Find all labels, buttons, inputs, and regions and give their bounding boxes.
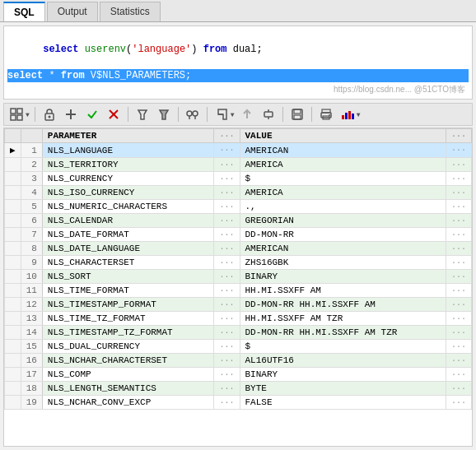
param-cell: NLS_LANGUAGE	[42, 143, 214, 158]
chart-icon[interactable]	[338, 105, 357, 123]
value-ellipsis: ···	[446, 228, 471, 242]
table-row[interactable]: 5NLS_NUMERIC_CHARACTERS···.,···	[5, 200, 472, 214]
value-cell: AL16UTF16	[240, 354, 446, 368]
sep4	[207, 107, 208, 122]
sep1	[35, 107, 35, 122]
col-parameter[interactable]: PARAMETER	[42, 129, 214, 143]
col-val-ellipsis: ···	[446, 129, 471, 143]
table-row[interactable]: 17NLS_COMP···BINARY···	[5, 368, 472, 382]
sep5	[282, 107, 283, 122]
table-row[interactable]: 7NLS_DATE_FORMAT···DD-MON-RR···	[5, 228, 472, 242]
cancel-icon[interactable]	[105, 105, 123, 123]
table-row[interactable]: 19NLS_NCHAR_CONV_EXCP···FALSE···	[5, 396, 472, 410]
filter-down-icon[interactable]	[133, 105, 152, 123]
row-arrow-cell	[5, 228, 21, 242]
param-cell: NLS_TIME_FORMAT	[42, 284, 214, 298]
param-cell: NLS_COMP	[42, 368, 214, 382]
sort-down-icon[interactable]	[155, 105, 173, 123]
table-row[interactable]: 3NLS_CURRENCY···$···	[5, 172, 472, 186]
param-ellipsis: ···	[214, 396, 240, 410]
svg-rect-33	[352, 114, 354, 119]
row-arrow-cell	[5, 368, 21, 382]
table-row[interactable]: 18NLS_LENGTH_SEMANTICS···BYTE···	[5, 382, 472, 396]
tab-output[interactable]: Output	[47, 2, 98, 21]
grid-icon-group[interactable]: ▼	[7, 105, 30, 123]
save-icon[interactable]	[288, 105, 306, 123]
row-number: 16	[21, 354, 42, 368]
value-cell: AMERICA	[240, 186, 446, 200]
table-row[interactable]: 2NLS_TERRITORY···AMERICA···	[5, 158, 472, 172]
table-row[interactable]: 13NLS_TIME_TZ_FORMAT···HH.MI.SSXFF AM TZ…	[5, 312, 472, 326]
run-icon[interactable]	[212, 105, 231, 123]
commit-icon[interactable]	[259, 105, 278, 123]
results-container[interactable]: PARAMETER ··· VALUE ··· ▶1NLS_LANGUAGE··…	[3, 128, 473, 447]
table-row[interactable]: 15NLS_DUAL_CURRENCY···$···	[5, 340, 472, 354]
tab-sql[interactable]: SQL	[3, 2, 45, 21]
up-arrow-icon[interactable]	[238, 105, 256, 123]
param-cell: NLS_TIMESTAMP_FORMAT	[42, 298, 214, 312]
main-container: SQL Output Statistics select userenv('la…	[0, 0, 476, 450]
row-number: 17	[21, 368, 42, 382]
param-cell: NLS_NUMERIC_CHARACTERS	[42, 200, 214, 214]
run-dropdown-arrow[interactable]: ▼	[231, 111, 235, 118]
param-ellipsis: ···	[214, 298, 240, 312]
lock-icon[interactable]	[40, 105, 58, 123]
svg-rect-3	[17, 115, 22, 120]
param-cell: NLS_CHARACTERSET	[42, 256, 214, 270]
value-ellipsis: ···	[446, 256, 471, 270]
add-icon[interactable]	[62, 105, 80, 123]
grid-icon[interactable]	[7, 105, 26, 123]
print-icon[interactable]	[317, 105, 335, 123]
sql-line-1: select userenv('language') from dual;	[7, 30, 469, 69]
table-header-row: PARAMETER ··· VALUE ···	[5, 129, 472, 143]
param-ellipsis: ···	[214, 200, 240, 214]
value-cell: FALSE	[240, 396, 446, 410]
row-arrow-cell	[5, 396, 21, 410]
row-arrow-cell	[5, 256, 21, 270]
search-icon[interactable]	[184, 105, 202, 123]
row-number: 12	[21, 298, 42, 312]
row-number: 5	[21, 200, 42, 214]
svg-rect-2	[11, 115, 16, 120]
param-ellipsis: ···	[214, 143, 240, 158]
chart-dropdown-arrow[interactable]: ▼	[357, 111, 361, 118]
col-value[interactable]: VALUE	[240, 129, 446, 143]
row-number: 4	[21, 186, 42, 200]
table-row[interactable]: 10NLS_SORT···BINARY···	[5, 270, 472, 284]
table-row[interactable]: 6NLS_CALENDAR···GREGORIAN···	[5, 214, 472, 228]
row-number: 10	[21, 270, 42, 284]
row-number: 11	[21, 284, 42, 298]
table-row[interactable]: 9NLS_CHARACTERSET···ZHS16GBK···	[5, 256, 472, 270]
table-row[interactable]: 11NLS_TIME_FORMAT···HH.MI.SSXFF AM···	[5, 284, 472, 298]
param-cell: NLS_TERRITORY	[42, 158, 214, 172]
value-cell: BYTE	[240, 382, 446, 396]
row-arrow-cell	[5, 340, 21, 354]
row-number: 7	[21, 228, 42, 242]
param-cell: NLS_SORT	[42, 270, 214, 284]
table-row[interactable]: 4NLS_ISO_CURRENCY···AMERICA···	[5, 186, 472, 200]
chart-icon-group[interactable]: ▼	[338, 105, 361, 123]
param-cell: NLS_NCHAR_CONV_EXCP	[42, 396, 214, 410]
param-ellipsis: ···	[214, 270, 240, 284]
value-ellipsis: ···	[446, 312, 471, 326]
table-row[interactable]: 12NLS_TIMESTAMP_FORMAT···DD-MON-RR HH.MI…	[5, 298, 472, 312]
grid-dropdown-arrow[interactable]: ▼	[26, 111, 30, 118]
run-icon-group[interactable]: ▼	[212, 105, 235, 123]
row-number: 9	[21, 256, 42, 270]
value-cell: AMERICAN	[240, 143, 446, 158]
row-number: 6	[21, 214, 42, 228]
row-number: 8	[21, 242, 42, 256]
svg-rect-30	[342, 115, 344, 119]
tab-statistics[interactable]: Statistics	[100, 2, 161, 21]
table-row[interactable]: ▶1NLS_LANGUAGE···AMERICAN···	[5, 143, 472, 158]
row-arrow-cell	[5, 284, 21, 298]
table-row[interactable]: 14NLS_TIMESTAMP_TZ_FORMAT···DD-MON-RR HH…	[5, 326, 472, 340]
check-icon[interactable]	[83, 105, 101, 123]
sql-editor[interactable]: select userenv('language') from dual; se…	[3, 26, 473, 100]
row-number: 19	[21, 396, 42, 410]
col-num	[21, 129, 42, 143]
table-row[interactable]: 16NLS_NCHAR_CHARACTERSET···AL16UTF16···	[5, 354, 472, 368]
value-ellipsis: ···	[446, 298, 471, 312]
table-row[interactable]: 8NLS_DATE_LANGUAGE···AMERICAN···	[5, 242, 472, 256]
svg-rect-20	[264, 112, 273, 117]
